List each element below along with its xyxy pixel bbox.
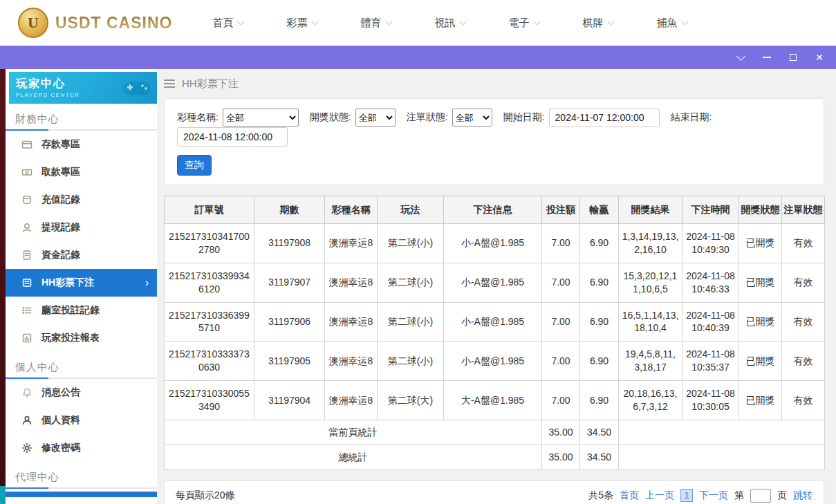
sidebar-item-cashout-record[interactable]: 提現記錄 — [6, 214, 157, 241]
col-order-no: 訂單號 — [165, 196, 254, 224]
sidebar-item-label: 存款專區 — [41, 138, 80, 151]
cell-bet-time: 2024-11-08 10:49:30 — [682, 224, 739, 263]
cell-lottery: 澳洲幸运8 — [325, 342, 378, 381]
sidebar-item-label: 資金記錄 — [41, 249, 80, 261]
nav-item-home[interactable]: 首頁 — [212, 17, 243, 30]
window-titlebar: × — [0, 46, 836, 69]
menu-icon[interactable] — [164, 80, 175, 88]
cell-win-loss: 6.90 — [580, 224, 619, 263]
cell-bet-info: 大-A盤@1.985 — [444, 381, 542, 420]
sidebar-item-cutoff[interactable] — [6, 492, 157, 497]
sidebar-item-label: 提現記錄 — [41, 221, 80, 234]
next-page-link[interactable]: 下一页 — [699, 489, 728, 502]
sidebar-item-recharge-record[interactable]: 充值記錄 — [6, 186, 157, 214]
maximize-button[interactable] — [788, 52, 799, 63]
cell-play: 第二球(小) — [378, 263, 444, 302]
nav-item-lottery[interactable]: 彩票 — [286, 17, 317, 30]
minimize-button[interactable] — [761, 52, 772, 63]
top-navigation: U USDT CASINO 首頁 彩票 體育 視訊 電子 棋牌 捕魚 — [0, 0, 836, 46]
cell-order-no: 2152173103333730630 — [165, 342, 254, 381]
cell-play: 第二球(大) — [378, 381, 444, 420]
cell-bet-amount: 7.00 — [542, 263, 580, 302]
sidebar-item-change-password[interactable]: 修改密碼 — [6, 434, 157, 462]
page-summary-row: 當前頁統計 35.00 34.50 — [165, 420, 825, 445]
col-result: 開獎結果 — [619, 196, 682, 224]
cell-bet-info: 小-A盤@1.985 — [444, 302, 542, 342]
sidebar-item-funds-record[interactable]: 資金記錄 — [6, 241, 157, 269]
chevron-down-icon — [736, 52, 745, 61]
chevron-down-icon — [682, 18, 689, 25]
pager: 共5条 首页 上一页 1 下一页 第 页 跳转 — [588, 489, 812, 503]
start-date-input[interactable] — [549, 108, 660, 127]
gear-icon — [21, 442, 32, 454]
cell-play: 第二球(小) — [378, 302, 444, 342]
sidebar-item-label: 個人資料 — [41, 414, 80, 427]
collapse-button[interactable] — [735, 52, 746, 63]
sidebar-item-withdraw[interactable]: 取款專區 — [6, 158, 157, 186]
cell-order-no: 2152173103417002780 — [165, 224, 254, 263]
sidebar-item-label: 消息公告 — [41, 386, 80, 399]
minimize-icon — [763, 57, 771, 58]
page-size-text: 每頁顯示20條 — [176, 489, 235, 502]
cell-draw-status: 已開獎 — [739, 224, 782, 263]
lottery-name-select[interactable]: 全部 — [223, 109, 299, 127]
start-date-label: 開始日期: — [503, 111, 545, 124]
cell-result: 16,5,1,14,13,18,10,4 — [619, 302, 682, 342]
cell-play: 第二球(小) — [378, 224, 444, 263]
cell-period: 31197906 — [254, 302, 325, 342]
table-row: 2152173103363995710 31197906 澳洲幸运8 第二球(小… — [165, 302, 825, 342]
nav-item-video[interactable]: 視訊 — [434, 17, 465, 30]
cell-draw-status: 已開獎 — [739, 302, 782, 342]
search-button[interactable]: 查詢 — [177, 155, 212, 176]
sidebar-item-deposit[interactable]: 存款專區 — [6, 131, 157, 158]
chevron-down-icon — [460, 18, 467, 25]
table-header-row: 訂單號 期數 彩種名稱 玩法 下注信息 投注額 輸贏 開獎結果 下注時間 開獎狀… — [165, 196, 825, 224]
nav-item-fishing[interactable]: 捕魚 — [656, 17, 687, 30]
chevron-down-icon — [312, 18, 319, 25]
order-status-select[interactable]: 全部 — [452, 109, 492, 127]
jump-suffix-label: 页 — [777, 489, 787, 502]
current-page-button[interactable]: 1 — [680, 489, 693, 502]
jump-page-input[interactable] — [750, 489, 771, 503]
main-area: 玩家中心 PLAYERS CENTER 財務中心 存款專區 取款專區 充值 — [0, 69, 836, 504]
nav-item-sports[interactable]: 體育 — [360, 17, 391, 30]
end-date-input[interactable] — [177, 127, 288, 147]
first-page-link[interactable]: 首页 — [620, 489, 639, 502]
cell-order-status: 有效 — [782, 224, 825, 263]
background-strip-red — [0, 69, 6, 486]
page-background-strip — [0, 69, 6, 504]
nav-item-slots[interactable]: 電子 — [508, 17, 539, 30]
sidebar-item-hh-lottery-bets[interactable]: HH彩票下注 › — [6, 269, 157, 297]
cell-period: 31197904 — [254, 381, 325, 420]
jump-prefix-label: 第 — [734, 489, 744, 502]
bell-icon — [21, 387, 32, 399]
sidebar-item-profile[interactable]: 個人資料 — [6, 407, 157, 434]
cell-win-loss: 6.90 — [580, 263, 619, 302]
sidebar-item-announcements[interactable]: 消息公告 — [6, 379, 157, 407]
bets-table: 訂單號 期數 彩種名稱 玩法 下注信息 投注額 輸贏 開獎結果 下注時間 開獎狀… — [164, 196, 825, 470]
table-row: 2152173103417002780 31197908 澳洲幸运8 第二球(小… — [165, 224, 825, 263]
cell-order-no: 2152173103363995710 — [165, 302, 254, 342]
draw-status-label: 開獎狀態: — [310, 111, 351, 124]
col-bet-amount: 投注額 — [542, 196, 580, 224]
jump-button[interactable]: 跳转 — [793, 489, 812, 502]
cell-draw-status: 已開獎 — [739, 381, 782, 420]
section-divider — [6, 487, 157, 489]
site-logo[interactable]: U USDT CASINO — [18, 8, 172, 38]
col-order-status: 注單狀態 — [782, 196, 825, 224]
prev-page-link[interactable]: 上一页 — [645, 489, 674, 502]
nav-item-cards[interactable]: 棋牌 — [582, 17, 613, 30]
chevron-down-icon — [238, 18, 245, 25]
col-bet-time: 下注時間 — [682, 196, 739, 224]
draw-status-select[interactable]: 全部 — [355, 109, 396, 127]
sidebar-item-player-report[interactable]: 玩家投注報表 — [6, 324, 157, 352]
table-row: 2152173103333730630 31197905 澳洲幸运8 第二球(小… — [165, 342, 825, 381]
page-summary-empty — [619, 420, 825, 445]
cell-order-status: 有效 — [782, 263, 825, 302]
cell-bet-time: 2024-11-08 10:46:33 — [682, 263, 739, 302]
cell-bet-time: 2024-11-08 10:35:37 — [682, 342, 739, 381]
total-summary-label: 總統計 — [165, 445, 542, 469]
lottery-bet-icon — [21, 277, 32, 289]
sidebar-item-hall-bet-record[interactable]: 廳室投註記錄 — [6, 297, 157, 324]
close-button[interactable]: × — [814, 52, 825, 63]
